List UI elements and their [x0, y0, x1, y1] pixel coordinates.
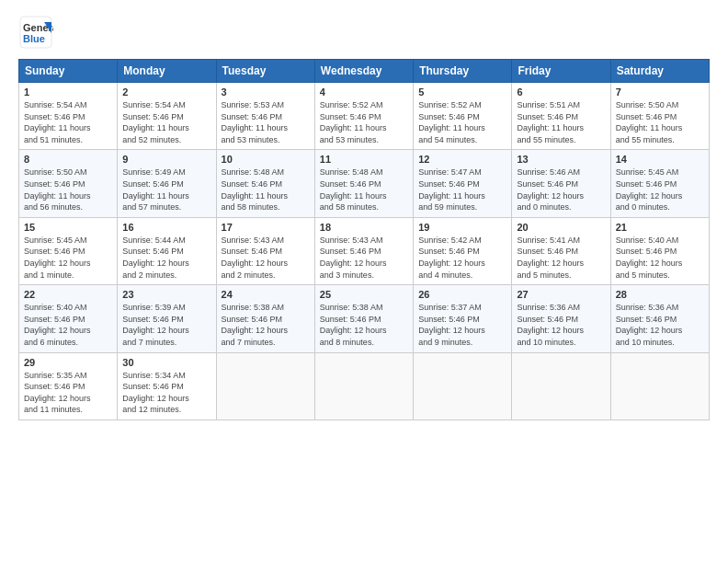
day-cell: [512, 352, 610, 419]
header: General Blue: [18, 15, 710, 50]
day-cell: 18Sunrise: 5:43 AM Sunset: 5:46 PM Dayli…: [314, 217, 413, 284]
day-cell: 16Sunrise: 5:44 AM Sunset: 5:46 PM Dayli…: [118, 217, 216, 284]
day-cell: 15Sunrise: 5:45 AM Sunset: 5:46 PM Dayli…: [19, 217, 118, 284]
day-info: Sunrise: 5:48 AM Sunset: 5:46 PM Dayligh…: [222, 167, 310, 213]
weekday-header-row: SundayMondayTuesdayWednesdayThursdayFrid…: [19, 60, 710, 83]
day-cell: 6Sunrise: 5:51 AM Sunset: 5:46 PM Daylig…: [512, 83, 610, 150]
day-info: Sunrise: 5:35 AM Sunset: 5:46 PM Dayligh…: [24, 370, 112, 416]
day-cell: 5Sunrise: 5:52 AM Sunset: 5:46 PM Daylig…: [414, 83, 512, 150]
day-info: Sunrise: 5:44 AM Sunset: 5:46 PM Dayligh…: [122, 235, 210, 281]
day-number: 10: [222, 154, 310, 165]
day-cell: 1Sunrise: 5:54 AM Sunset: 5:46 PM Daylig…: [19, 83, 118, 150]
day-cell: 11Sunrise: 5:48 AM Sunset: 5:46 PM Dayli…: [314, 150, 413, 217]
day-info: Sunrise: 5:52 AM Sunset: 5:46 PM Dayligh…: [320, 99, 408, 145]
weekday-friday: Friday: [512, 60, 610, 83]
day-number: 12: [418, 154, 506, 165]
day-cell: 29Sunrise: 5:35 AM Sunset: 5:46 PM Dayli…: [19, 352, 118, 419]
week-row-3: 15Sunrise: 5:45 AM Sunset: 5:46 PM Dayli…: [19, 217, 710, 284]
day-number: 21: [616, 222, 704, 233]
weekday-tuesday: Tuesday: [216, 60, 314, 83]
logo-icon: General Blue: [18, 15, 53, 50]
day-cell: 21Sunrise: 5:40 AM Sunset: 5:46 PM Dayli…: [610, 217, 709, 284]
day-info: Sunrise: 5:43 AM Sunset: 5:46 PM Dayligh…: [320, 235, 408, 281]
day-info: Sunrise: 5:54 AM Sunset: 5:46 PM Dayligh…: [122, 99, 210, 145]
day-number: 30: [122, 357, 210, 368]
week-row-4: 22Sunrise: 5:40 AM Sunset: 5:46 PM Dayli…: [19, 285, 710, 352]
day-info: Sunrise: 5:48 AM Sunset: 5:46 PM Dayligh…: [320, 167, 408, 213]
day-cell: [610, 352, 709, 419]
day-cell: 26Sunrise: 5:37 AM Sunset: 5:46 PM Dayli…: [414, 285, 512, 352]
day-cell: 22Sunrise: 5:40 AM Sunset: 5:46 PM Dayli…: [19, 285, 118, 352]
day-info: Sunrise: 5:38 AM Sunset: 5:46 PM Dayligh…: [222, 302, 310, 348]
week-row-2: 8Sunrise: 5:50 AM Sunset: 5:46 PM Daylig…: [19, 150, 710, 217]
day-info: Sunrise: 5:42 AM Sunset: 5:46 PM Dayligh…: [418, 235, 506, 281]
day-number: 3: [222, 86, 310, 98]
day-info: Sunrise: 5:34 AM Sunset: 5:46 PM Dayligh…: [122, 370, 210, 416]
day-info: Sunrise: 5:40 AM Sunset: 5:46 PM Dayligh…: [616, 235, 704, 281]
logo: General Blue: [18, 15, 53, 50]
day-cell: 12Sunrise: 5:47 AM Sunset: 5:46 PM Dayli…: [414, 150, 512, 217]
day-cell: 30Sunrise: 5:34 AM Sunset: 5:46 PM Dayli…: [118, 352, 216, 419]
day-cell: 27Sunrise: 5:36 AM Sunset: 5:46 PM Dayli…: [512, 285, 610, 352]
day-cell: 14Sunrise: 5:45 AM Sunset: 5:46 PM Dayli…: [610, 150, 709, 217]
day-cell: 20Sunrise: 5:41 AM Sunset: 5:46 PM Dayli…: [512, 217, 610, 284]
day-cell: 7Sunrise: 5:50 AM Sunset: 5:46 PM Daylig…: [610, 83, 709, 150]
day-info: Sunrise: 5:50 AM Sunset: 5:46 PM Dayligh…: [24, 167, 112, 213]
weekday-saturday: Saturday: [610, 60, 709, 83]
day-cell: [216, 352, 314, 419]
day-number: 7: [616, 86, 704, 98]
day-number: 5: [418, 86, 506, 98]
day-number: 6: [517, 86, 605, 98]
day-info: Sunrise: 5:38 AM Sunset: 5:46 PM Dayligh…: [320, 302, 408, 348]
day-info: Sunrise: 5:49 AM Sunset: 5:46 PM Dayligh…: [122, 167, 210, 213]
day-number: 14: [616, 154, 704, 165]
day-number: 26: [418, 289, 506, 300]
day-cell: 8Sunrise: 5:50 AM Sunset: 5:46 PM Daylig…: [19, 150, 118, 217]
day-number: 19: [418, 222, 506, 233]
day-cell: 10Sunrise: 5:48 AM Sunset: 5:46 PM Dayli…: [216, 150, 314, 217]
day-cell: 3Sunrise: 5:53 AM Sunset: 5:46 PM Daylig…: [216, 83, 314, 150]
day-info: Sunrise: 5:40 AM Sunset: 5:46 PM Dayligh…: [24, 302, 112, 348]
day-cell: 23Sunrise: 5:39 AM Sunset: 5:46 PM Dayli…: [118, 285, 216, 352]
day-number: 27: [517, 289, 605, 300]
week-row-5: 29Sunrise: 5:35 AM Sunset: 5:46 PM Dayli…: [19, 352, 710, 419]
day-cell: 4Sunrise: 5:52 AM Sunset: 5:46 PM Daylig…: [314, 83, 413, 150]
day-cell: 17Sunrise: 5:43 AM Sunset: 5:46 PM Dayli…: [216, 217, 314, 284]
weekday-wednesday: Wednesday: [314, 60, 413, 83]
week-row-1: 1Sunrise: 5:54 AM Sunset: 5:46 PM Daylig…: [19, 83, 710, 150]
day-number: 18: [320, 222, 408, 233]
svg-text:Blue: Blue: [23, 33, 45, 44]
day-cell: 2Sunrise: 5:54 AM Sunset: 5:46 PM Daylig…: [118, 83, 216, 150]
day-number: 20: [517, 222, 605, 233]
day-number: 1: [24, 86, 112, 98]
day-cell: 9Sunrise: 5:49 AM Sunset: 5:46 PM Daylig…: [118, 150, 216, 217]
weekday-monday: Monday: [118, 60, 216, 83]
day-number: 9: [122, 154, 210, 165]
day-number: 24: [222, 289, 310, 300]
day-info: Sunrise: 5:41 AM Sunset: 5:46 PM Dayligh…: [517, 235, 605, 281]
day-cell: 28Sunrise: 5:36 AM Sunset: 5:46 PM Dayli…: [610, 285, 709, 352]
day-info: Sunrise: 5:46 AM Sunset: 5:46 PM Dayligh…: [517, 167, 605, 213]
page: General Blue SundayMondayTuesdayWednesda…: [0, 0, 728, 563]
day-info: Sunrise: 5:39 AM Sunset: 5:46 PM Dayligh…: [122, 302, 210, 348]
day-number: 13: [517, 154, 605, 165]
day-number: 11: [320, 154, 408, 165]
day-info: Sunrise: 5:45 AM Sunset: 5:46 PM Dayligh…: [24, 235, 112, 281]
day-cell: 19Sunrise: 5:42 AM Sunset: 5:46 PM Dayli…: [414, 217, 512, 284]
day-cell: 13Sunrise: 5:46 AM Sunset: 5:46 PM Dayli…: [512, 150, 610, 217]
day-number: 8: [24, 154, 112, 165]
calendar-table: SundayMondayTuesdayWednesdayThursdayFrid…: [18, 59, 710, 420]
weekday-thursday: Thursday: [414, 60, 512, 83]
weekday-sunday: Sunday: [19, 60, 118, 83]
day-cell: [414, 352, 512, 419]
day-number: 2: [122, 86, 210, 98]
day-info: Sunrise: 5:52 AM Sunset: 5:46 PM Dayligh…: [418, 99, 506, 145]
day-number: 23: [122, 289, 210, 300]
day-info: Sunrise: 5:43 AM Sunset: 5:46 PM Dayligh…: [222, 235, 310, 281]
day-number: 28: [616, 289, 704, 300]
day-number: 22: [24, 289, 112, 300]
day-info: Sunrise: 5:37 AM Sunset: 5:46 PM Dayligh…: [418, 302, 506, 348]
day-info: Sunrise: 5:45 AM Sunset: 5:46 PM Dayligh…: [616, 167, 704, 213]
day-number: 4: [320, 86, 408, 98]
day-info: Sunrise: 5:36 AM Sunset: 5:46 PM Dayligh…: [616, 302, 704, 348]
